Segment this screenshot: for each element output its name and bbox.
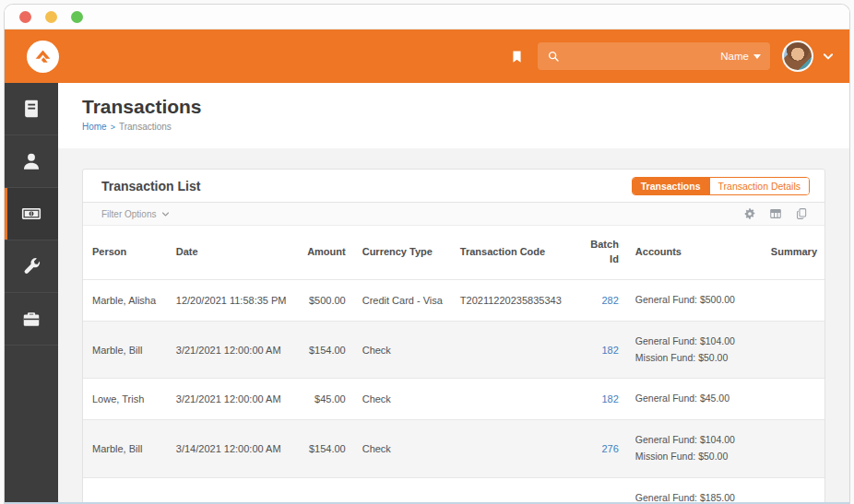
toggle-transaction-details-button[interactable]: Transaction Details — [709, 178, 809, 195]
search-scope-dropdown[interactable]: Name — [720, 51, 761, 62]
batch-id-link[interactable]: 276 — [602, 443, 619, 454]
cell-currency-type: Credit Card - Visa — [353, 279, 451, 321]
page-title: Transactions — [82, 94, 849, 119]
book-icon — [21, 99, 42, 119]
breadcrumb: Home>Transactions — [82, 122, 849, 132]
sidebar-item-tools[interactable] — [5, 240, 58, 293]
sidebar-item-people[interactable] — [5, 135, 58, 188]
cell-date: 3/14/2021 12:00:00 AM — [167, 420, 298, 478]
col-person[interactable]: Person — [83, 226, 167, 279]
copy-icon[interactable] — [795, 207, 808, 220]
grid-icon[interactable] — [769, 207, 782, 220]
breadcrumb-separator: > — [111, 123, 115, 132]
col-batch-id[interactable]: Batch Id — [578, 226, 626, 279]
cell-amount: $315.00 — [298, 477, 353, 504]
gear-icon[interactable] — [743, 207, 756, 220]
sidebar-item-notes[interactable] — [5, 83, 58, 135]
breadcrumb-current: Transactions — [119, 122, 172, 132]
chevron-down-icon — [161, 210, 170, 218]
table-row[interactable]: Marble, Alisha 12/20/2021 11:58:35 PM $5… — [83, 279, 824, 321]
money-icon — [21, 204, 42, 224]
cell-transaction-code — [451, 321, 578, 379]
cell-summary — [762, 321, 824, 379]
search-input[interactable] — [567, 50, 720, 63]
cell-amount: $45.00 — [298, 379, 353, 420]
cell-transaction-code — [451, 477, 578, 504]
rock-arrow-icon — [32, 46, 53, 67]
cell-amount: $154.00 — [298, 321, 353, 379]
cell-accounts: General Fund: $185.00 Building Fund: $13… — [626, 477, 762, 504]
person-icon — [21, 151, 42, 171]
filter-options-label: Filter Options — [101, 209, 156, 219]
batch-id-link[interactable]: 182 — [602, 345, 619, 356]
cell-currency-type: Check — [353, 420, 451, 478]
page-content: Transactions Home>Transactions Transacti… — [58, 83, 849, 504]
smart-search: Name — [538, 42, 770, 70]
cell-person: Decker, Ted — [83, 477, 167, 504]
chevron-down-icon[interactable] — [822, 50, 835, 63]
sidebar-item-admin[interactable] — [5, 293, 58, 346]
panel-header: Transaction List Transactions Transactio… — [83, 170, 824, 203]
cell-amount: $154.00 — [298, 420, 353, 478]
cell-date: 12/20/2021 11:58:35 PM — [167, 279, 298, 321]
cell-transaction-code: T20211220235835343 — [451, 279, 578, 321]
transaction-table: Person Date Amount Currency Type Transac… — [83, 226, 824, 504]
grid-toolbar — [743, 207, 808, 220]
view-toggle: Transactions Transaction Details — [632, 177, 810, 196]
col-currency-type[interactable]: Currency Type — [353, 226, 451, 279]
col-summary[interactable]: Summary — [762, 226, 824, 279]
briefcase-icon — [21, 309, 42, 329]
transaction-list-panel: Transaction List Transactions Transactio… — [82, 169, 825, 504]
zoom-window-button[interactable] — [71, 11, 83, 23]
cell-currency-type: Check — [353, 321, 451, 379]
table-row[interactable]: Marble, Bill 3/14/2021 12:00:00 AM $154.… — [83, 420, 824, 478]
window-titlebar — [5, 5, 849, 29]
cell-transaction-code — [451, 379, 578, 420]
account-line: General Fund: $500.00 — [635, 292, 754, 309]
account-line: General Fund: $104.00 — [635, 432, 754, 449]
batch-id-link[interactable]: 282 — [602, 295, 619, 306]
bookmark-icon[interactable] — [510, 48, 524, 65]
account-line: General Fund: $104.00 — [635, 334, 754, 350]
col-accounts[interactable]: Accounts — [626, 226, 762, 279]
search-scope-label: Name — [720, 51, 749, 62]
sidebar — [5, 83, 58, 504]
toggle-transactions-button[interactable]: Transactions — [633, 178, 709, 195]
sidebar-item-finance[interactable] — [5, 188, 58, 240]
cell-summary — [762, 379, 824, 420]
table-row[interactable]: Marble, Bill 3/21/2021 12:00:00 AM $154.… — [83, 321, 824, 379]
user-avatar[interactable] — [782, 41, 813, 72]
panel-title: Transaction List — [101, 179, 200, 193]
cell-amount: $500.00 — [298, 279, 353, 321]
minimize-window-button[interactable] — [45, 11, 57, 23]
app-header: Name — [5, 29, 849, 83]
cell-currency-type: Check — [353, 477, 451, 504]
cell-date: 3/13/2021 12:00:00 AM — [167, 477, 298, 504]
col-date[interactable]: Date — [167, 226, 298, 279]
page-header: Transactions Home>Transactions — [58, 83, 849, 148]
account-line: General Fund: $45.00 — [635, 391, 754, 407]
cell-accounts: General Fund: $500.00 — [626, 279, 762, 321]
cell-date: 3/21/2021 12:00:00 AM — [167, 379, 298, 420]
caret-down-icon — [753, 54, 761, 59]
rock-logo[interactable] — [27, 41, 59, 73]
close-window-button[interactable] — [19, 11, 31, 23]
account-line: Mission Fund: $50.00 — [635, 350, 754, 367]
account-line: Mission Fund: $50.00 — [635, 449, 754, 465]
col-amount[interactable]: Amount — [298, 226, 353, 279]
cell-date: 3/21/2021 12:00:00 AM — [167, 321, 298, 379]
cell-person: Marble, Bill — [83, 420, 167, 478]
search-icon — [547, 50, 560, 63]
breadcrumb-home-link[interactable]: Home — [82, 122, 107, 132]
cell-summary — [762, 477, 824, 504]
cell-summary — [762, 279, 824, 321]
table-row[interactable]: Lowe, Trish 3/21/2021 12:00:00 AM $45.00… — [83, 379, 824, 420]
wrench-icon — [21, 256, 42, 276]
filter-options-toggle[interactable]: Filter Options — [101, 209, 170, 219]
cell-person: Marble, Alisha — [83, 279, 167, 321]
col-transaction-code[interactable]: Transaction Code — [451, 226, 578, 279]
cell-currency-type: Check — [353, 379, 451, 420]
table-row[interactable]: Decker, Ted 3/13/2021 12:00:00 AM $315.0… — [83, 477, 824, 504]
cell-accounts: General Fund: $45.00 — [626, 379, 762, 420]
batch-id-link[interactable]: 182 — [602, 393, 619, 404]
